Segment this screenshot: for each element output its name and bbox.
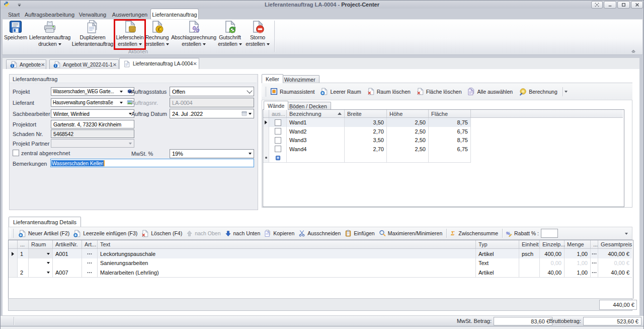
artikelnr-cell[interactable] bbox=[53, 258, 82, 268]
rabatt-input[interactable] bbox=[541, 229, 558, 238]
aus-cell[interactable] bbox=[269, 118, 287, 127]
breite-cell[interactable]: 2,70 bbox=[345, 145, 387, 153]
detail-row-2[interactable]: Sanierungsarbeiten Text 0,00 1,00 0,00 € bbox=[9, 258, 632, 268]
doctab-angebote[interactable]: Angebote✕ bbox=[6, 59, 46, 69]
einheit-cell[interactable] bbox=[519, 268, 540, 277]
toolbar-button-einfuegen[interactable]: Einfügen bbox=[345, 227, 374, 239]
row-ellipsis-button[interactable] bbox=[591, 258, 598, 268]
artikelnr-cell[interactable]: A001 bbox=[53, 249, 82, 258]
combo-arrow-icon[interactable] bbox=[120, 91, 123, 93]
lieferant-combobox[interactable]: Hausverwaltung Gartenstraße bbox=[51, 98, 134, 107]
breite-cell[interactable]: 2,70 bbox=[345, 127, 387, 136]
toolbar-button-nach-oben[interactable]: nach Oben bbox=[186, 227, 220, 239]
zentral-abgerechnet-checkbox[interactable] bbox=[13, 150, 19, 156]
hoehe-cell[interactable]: 2,50 bbox=[387, 118, 429, 127]
typ-cell[interactable]: Artikel bbox=[476, 268, 519, 277]
gesamtpreis-cell[interactable]: 40,00 € bbox=[598, 268, 632, 277]
toolbar-overflow-icon[interactable] bbox=[625, 233, 628, 235]
details-tab[interactable]: Lieferantenauftrag Details bbox=[9, 217, 81, 227]
aus-cell[interactable] bbox=[269, 127, 287, 136]
wall-row-wand1[interactable]: Wand1 3,50 2,50 8,75 bbox=[263, 118, 471, 127]
toolbar-button-nach-unten[interactable]: nach Unten bbox=[225, 227, 261, 239]
breite-cell[interactable] bbox=[345, 153, 387, 162]
hoehe-cell[interactable]: 2,50 bbox=[387, 145, 429, 153]
einheit-cell[interactable]: psch bbox=[519, 249, 540, 258]
ribbon-button-gutschrift-erstellen[interactable]: Gutschrift erstellen bbox=[217, 20, 243, 48]
ribbon-button-speichern[interactable]: Speichern bbox=[3, 20, 28, 48]
header-aus[interactable]: aus... bbox=[269, 110, 287, 117]
header-bezeichnung[interactable]: Bezeichnung bbox=[287, 110, 345, 117]
header-dots2[interactable]: ... bbox=[591, 240, 598, 248]
art-ellipsis-button[interactable] bbox=[82, 249, 98, 258]
artikelnr-cell[interactable]: A007 bbox=[53, 268, 82, 277]
menge-cell[interactable]: 1,00 bbox=[565, 268, 591, 277]
ribbon-tab-auswertungen[interactable]: Auswertungen bbox=[110, 10, 150, 19]
header-artikelnr[interactable]: ArtikelNr. bbox=[53, 240, 82, 248]
menge-cell[interactable]: 1,00 bbox=[565, 249, 591, 258]
aus-cell[interactable] bbox=[269, 145, 287, 153]
gesamtpreis-cell[interactable]: 0,00 € bbox=[598, 258, 632, 268]
typ-cell[interactable]: Artikel bbox=[476, 249, 519, 258]
toolbar-button-berechnung[interactable]: Berechnung bbox=[519, 83, 557, 100]
toolbar-button-neuer-artikel[interactable]: Neuer Artikel (F2) bbox=[19, 227, 69, 239]
raum-cell[interactable] bbox=[29, 249, 53, 258]
projektort-input[interactable]: Gartenstr. 4, 73230 Kirchheim bbox=[51, 120, 134, 128]
walls-tab-waende[interactable]: Wände bbox=[264, 101, 288, 110]
ribbon-tab-auftragsbearbeitung[interactable]: Auftragsbearbeitung bbox=[25, 10, 74, 19]
sachbearbeiter-combobox[interactable]: Winter, Winfried bbox=[51, 109, 134, 118]
wall-row-wand3[interactable]: Wand3 3,50 2,50 8,75 bbox=[263, 136, 471, 145]
combo-arrow-icon[interactable] bbox=[249, 153, 252, 155]
header-menge[interactable]: Menge bbox=[565, 240, 591, 248]
ribbon-button-abschlagsrechnung-erstellen[interactable]: % Abschlagsrechnung erstellen bbox=[170, 20, 217, 48]
ribbon-button-duplizieren[interactable]: Duplizieren Lieferantenauftrag bbox=[72, 20, 113, 48]
wall-row-wand2[interactable]: Wand2 2,70 2,50 6,75 bbox=[263, 127, 471, 136]
einzelpreis-cell[interactable]: 40,00 bbox=[540, 268, 565, 277]
aus-cell[interactable] bbox=[269, 136, 287, 145]
header-breite[interactable]: Breite bbox=[345, 110, 387, 117]
text-cell[interactable]: Sanierungsarbeiten bbox=[98, 258, 476, 268]
room-tab-keller[interactable]: Keller bbox=[262, 74, 283, 83]
text-cell[interactable]: Leckortungspauschale bbox=[98, 249, 476, 258]
einheit-cell[interactable] bbox=[519, 258, 540, 268]
close-button[interactable] bbox=[631, 1, 643, 9]
toolbar-overflow-icon[interactable] bbox=[565, 91, 568, 93]
row-checkbox[interactable] bbox=[275, 146, 281, 152]
toolbar-button-maximieren-minimieren[interactable]: Maximieren/Minimieren bbox=[379, 227, 443, 239]
breite-cell[interactable]: 3,50 bbox=[345, 136, 387, 145]
flaeche-cell[interactable]: 6,75 bbox=[429, 145, 471, 153]
flaeche-cell[interactable] bbox=[429, 153, 471, 162]
header-raum[interactable]: Raum bbox=[29, 240, 53, 248]
toolbar-button-flaeche-loeschen[interactable]: Fläche löschen bbox=[417, 83, 462, 100]
auftrag-datum-field[interactable]: 24. Jul .2022 bbox=[170, 109, 254, 118]
toolbar-button-raum-loeschen[interactable]: Raum löschen bbox=[367, 83, 411, 100]
row-checkbox[interactable] bbox=[275, 128, 281, 135]
toolbar-button-kopieren[interactable]: Kopieren bbox=[264, 227, 294, 239]
close-tab-icon[interactable]: ✕ bbox=[193, 61, 197, 67]
header-einzelpreis[interactable]: Einzelp... bbox=[540, 240, 565, 248]
bezeichnung-cell[interactable]: Wand1 bbox=[287, 118, 345, 127]
flaeche-cell[interactable]: 8,75 bbox=[429, 118, 471, 127]
walls-tab-boeden-decken[interactable]: Böden / Decken bbox=[285, 102, 331, 110]
flaeche-cell[interactable]: 8,75 bbox=[429, 136, 471, 145]
row-checkbox[interactable] bbox=[275, 119, 281, 126]
calendar-icon[interactable] bbox=[242, 111, 247, 116]
hoehe-cell[interactable]: 2,50 bbox=[387, 127, 429, 136]
ribbon-button-storno-erstellen[interactable]: Storno erstellen bbox=[245, 20, 271, 48]
toolbar-button-zwischensumme[interactable]: ΣZwischensumme bbox=[449, 227, 498, 239]
detail-row-1[interactable]: 1 A001 Leckortungspauschale Artikel psch… bbox=[9, 249, 632, 259]
mwst-combobox[interactable]: 19% bbox=[170, 149, 254, 158]
flaeche-cell[interactable]: 6,75 bbox=[429, 127, 471, 136]
menge-cell[interactable]: 1,00 bbox=[565, 258, 591, 268]
combo-arrow-icon[interactable] bbox=[249, 113, 252, 115]
nr-cell[interactable]: 2 bbox=[18, 268, 29, 277]
doctab-lieferantenauftrag-la-0004[interactable]: Lieferantenauftrag LA-0004✕ bbox=[119, 58, 199, 69]
hoehe-cell[interactable] bbox=[387, 153, 429, 162]
row-checkbox[interactable] bbox=[275, 137, 281, 144]
nr-cell[interactable] bbox=[18, 258, 29, 268]
close-tab-icon[interactable]: ✕ bbox=[41, 62, 45, 68]
ribbon-tab-verwaltung[interactable]: Verwaltung bbox=[75, 10, 110, 19]
row-ellipsis-button[interactable] bbox=[591, 268, 598, 277]
toolbar-button-raumassistent[interactable]: Raumassistent bbox=[270, 83, 314, 100]
detail-row-3[interactable]: 2 A007 Malerarbeiten (Lehrling) Artikel … bbox=[9, 268, 632, 278]
hoehe-cell[interactable]: 2,50 bbox=[387, 136, 429, 145]
